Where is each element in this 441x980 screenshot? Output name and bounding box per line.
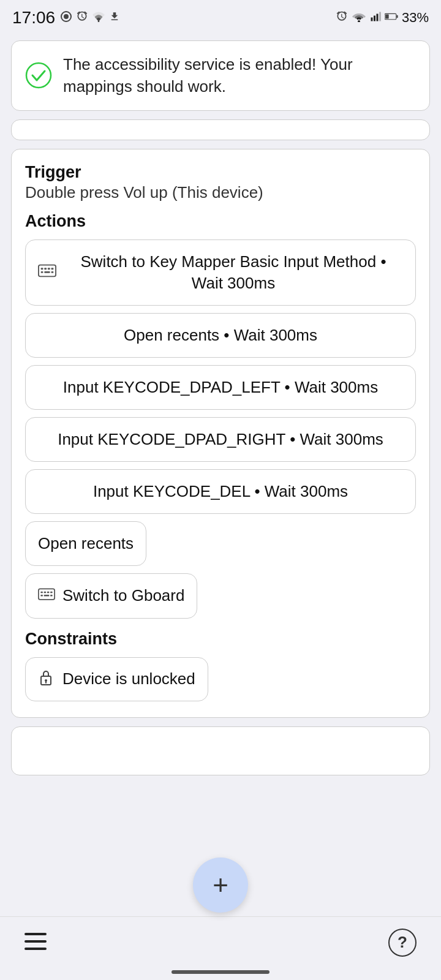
svg-rect-10: [396, 15, 398, 18]
action-6-text: Open recents: [38, 533, 134, 554]
svg-rect-33: [24, 948, 47, 950]
action-4-text: Input KEYCODE_DPAD_RIGHT • Wait 300ms: [58, 429, 383, 450]
status-bar-left: 17:06: [12, 8, 120, 28]
fab-container: +: [193, 858, 248, 913]
action-1-button[interactable]: Switch to Key Mapper Basic Input Method …: [25, 239, 416, 306]
keyboard-icon-1: [38, 263, 56, 282]
dot-icon: [60, 10, 72, 26]
svg-rect-15: [48, 268, 50, 270]
trigger-value: Double press Vol up (This device): [25, 183, 416, 202]
action-7-button[interactable]: Switch to Gboard: [25, 573, 197, 618]
action-6-button[interactable]: Open recents: [25, 521, 146, 566]
add-fab-button[interactable]: +: [193, 858, 248, 913]
svg-point-3: [358, 20, 360, 22]
svg-rect-31: [24, 933, 47, 935]
action-1-text: Switch to Key Mapper Basic Input Method …: [64, 251, 403, 294]
status-alarm-icon: [336, 10, 348, 25]
status-time: 17:06: [12, 8, 55, 28]
home-indicator: [172, 970, 270, 974]
svg-rect-19: [51, 271, 54, 273]
mapping-card: Trigger Double press Vol up (This device…: [11, 149, 430, 718]
svg-rect-13: [41, 268, 43, 270]
partial-bottom-card: [11, 726, 430, 775]
accessibility-card: The accessibility service is enabled! Yo…: [11, 40, 430, 111]
help-icon-label: ?: [398, 933, 407, 952]
accessibility-message: The accessibility service is enabled! Yo…: [63, 53, 416, 98]
download-icon: [109, 10, 120, 26]
action-7-text: Switch to Gboard: [62, 585, 184, 606]
svg-rect-9: [385, 14, 389, 18]
svg-rect-21: [40, 592, 43, 594]
trigger-label: Trigger: [25, 163, 416, 182]
main-content: The accessibility service is enabled! Yo…: [0, 34, 441, 782]
action-5-button[interactable]: Input KEYCODE_DEL • Wait 300ms: [25, 469, 416, 514]
action-buttons-list: Switch to Key Mapper Basic Input Method …: [25, 239, 416, 619]
action-5-text: Input KEYCODE_DEL • Wait 300ms: [93, 481, 348, 502]
svg-point-11: [26, 63, 51, 88]
svg-rect-27: [50, 595, 53, 597]
constraint-1-button[interactable]: Device is unlocked: [25, 657, 208, 701]
svg-rect-14: [44, 268, 47, 270]
svg-rect-5: [374, 16, 375, 21]
svg-rect-32: [24, 940, 47, 943]
svg-rect-22: [44, 592, 47, 594]
svg-rect-12: [39, 265, 56, 277]
svg-rect-17: [41, 271, 43, 273]
wifi-icon: [92, 11, 105, 25]
menu-button[interactable]: [24, 933, 47, 952]
svg-rect-24: [50, 592, 53, 594]
status-bar-right: 33%: [336, 10, 429, 26]
constraint-1-text: Device is unlocked: [62, 669, 195, 688]
action-2-text: Open recents • Wait 300ms: [124, 325, 317, 346]
alarm-icon: [76, 10, 88, 26]
action-3-button[interactable]: Input KEYCODE_DPAD_LEFT • Wait 300ms: [25, 365, 416, 410]
svg-rect-4: [371, 18, 372, 21]
keyboard-icon-2: [38, 587, 55, 605]
svg-rect-23: [47, 592, 50, 594]
battery-icon: [385, 12, 398, 23]
action-3-text: Input KEYCODE_DPAD_LEFT • Wait 300ms: [63, 377, 378, 398]
battery-percent: 33%: [402, 10, 429, 26]
action-2-button[interactable]: Open recents • Wait 300ms: [25, 313, 416, 358]
svg-rect-16: [51, 268, 54, 270]
status-wifi-full-icon: [352, 11, 366, 24]
svg-rect-20: [39, 589, 55, 600]
svg-rect-7: [379, 12, 381, 21]
constraints-label: Constraints: [25, 630, 416, 649]
actions-label: Actions: [25, 212, 416, 231]
svg-rect-25: [40, 595, 43, 597]
svg-rect-6: [376, 14, 378, 21]
check-circle-icon: [25, 62, 52, 89]
status-icons: [60, 10, 120, 26]
status-bar: 17:06: [0, 0, 441, 34]
help-button[interactable]: ?: [388, 929, 417, 957]
svg-rect-18: [44, 271, 50, 273]
fab-plus-icon: +: [213, 872, 228, 899]
signal-icon: [370, 11, 381, 24]
lock-icon: [38, 669, 54, 690]
partial-top-card: [11, 119, 430, 140]
svg-rect-26: [44, 595, 50, 597]
svg-point-1: [64, 14, 69, 19]
action-4-button[interactable]: Input KEYCODE_DPAD_RIGHT • Wait 300ms: [25, 417, 416, 462]
